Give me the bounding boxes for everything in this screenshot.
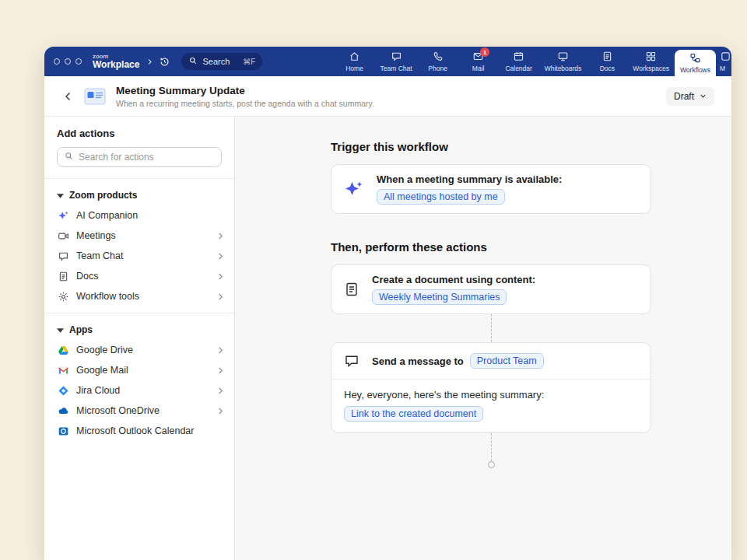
document-icon <box>344 282 359 297</box>
nav-item-phone[interactable]: Phone <box>418 47 458 76</box>
global-search[interactable]: Search ⌘F <box>181 53 262 70</box>
workflow-title: Meeting Summary Update <box>116 85 374 96</box>
sidebar-item-label: Workflow tools <box>76 291 211 302</box>
phone-icon <box>432 51 444 62</box>
workspaces-icon <box>645 51 657 62</box>
google-drive-icon <box>57 344 69 356</box>
nav-item-home[interactable]: Home <box>335 47 375 76</box>
chevron-right-icon <box>218 252 223 261</box>
window-minimize-button[interactable] <box>65 58 71 65</box>
sidebar-item-meetings[interactable]: Meetings <box>44 226 234 246</box>
create-document-card[interactable]: Create a document using content: Weekly … <box>331 264 651 314</box>
apps-section-header[interactable]: Apps <box>44 320 234 340</box>
actions-search-input[interactable] <box>79 152 215 163</box>
recipient-pill[interactable]: Product Team <box>470 353 544 369</box>
sidebar-item-label: Team Chat <box>76 250 211 261</box>
nav-item-team-chat[interactable]: Team Chat <box>375 47 418 76</box>
actions-sidebar: Add actions Zoom products <box>44 117 235 560</box>
trigger-heading: Trigger this workflow <box>331 140 651 153</box>
sidebar-item-label: Docs <box>76 271 211 282</box>
send-message-card[interactable]: Send a message to Product Team Hey, ever… <box>331 342 651 433</box>
window-close-button[interactable] <box>54 58 60 65</box>
nav-item-whiteboards[interactable]: Whiteboards <box>539 47 587 76</box>
nav-item-label: Workflows <box>680 66 710 74</box>
calendar-icon <box>513 51 524 62</box>
mail-icon: 1 <box>472 51 484 62</box>
sidebar-item-microsoft-outlook-calendar[interactable]: Microsoft Outlook Calendar <box>44 421 234 441</box>
workflow-header: Meeting Summary Update When a recurring … <box>44 76 731 117</box>
create-document-text: Create a document using content: <box>372 274 535 285</box>
workflow-thumbnail-icon <box>84 87 106 106</box>
workflow-canvas: Trigger this workflow When a meeting sum… <box>235 117 731 560</box>
gear-icon <box>57 290 69 303</box>
send-message-text: Send a message to <box>372 355 464 367</box>
workflow-subtitle: When a recurring meeting starts, post th… <box>116 99 374 108</box>
sidebar-item-jira-cloud[interactable]: Jira Cloud <box>44 380 234 401</box>
nav-item-mail[interactable]: 1 Mail <box>458 47 499 76</box>
ai-companion-icon <box>57 209 69 222</box>
chevron-right-icon <box>218 346 223 355</box>
meetings-icon <box>57 229 69 242</box>
app-window: zoom Workplace Search ⌘F Home <box>44 47 731 560</box>
flow-end-node[interactable] <box>488 461 495 468</box>
sidebar-item-team-chat[interactable]: Team Chat <box>44 246 234 266</box>
sidebar-item-ai-companion[interactable]: AI Companion <box>44 205 234 226</box>
nav-item-workflows[interactable]: Workflows <box>675 50 716 76</box>
chevron-right-icon <box>218 232 223 240</box>
team-chat-icon <box>57 250 69 262</box>
whiteboard-icon <box>557 51 569 62</box>
zoom-products-section: Zoom products AI Companion Meetings Team… <box>44 179 234 313</box>
nav-item-docs[interactable]: Docs <box>587 47 627 76</box>
onedrive-icon <box>57 404 69 417</box>
nav-item-label: Team Chat <box>381 65 412 72</box>
actions-heading: Then, perform these actions <box>331 240 651 254</box>
sidebar-item-label: Microsoft Outlook Calendar <box>76 425 223 436</box>
triangle-down-icon <box>57 324 64 335</box>
search-icon <box>188 54 198 68</box>
chevron-right-icon <box>218 407 223 415</box>
actions-search-box[interactable] <box>57 147 222 167</box>
sidebar-item-workflow-tools[interactable]: Workflow tools <box>44 286 234 306</box>
chevron-right-icon <box>218 387 223 395</box>
draft-status-dropdown[interactable]: Draft <box>666 87 714 106</box>
home-icon <box>349 51 360 62</box>
chevron-down-icon <box>700 91 707 102</box>
chevron-right-icon[interactable] <box>146 58 153 65</box>
sidebar-item-microsoft-onedrive[interactable]: Microsoft OneDrive <box>44 401 234 421</box>
nav-item-label: Mail <box>472 65 485 72</box>
sidebar-item-docs[interactable]: Docs <box>44 266 234 286</box>
outlook-calendar-icon <box>57 425 69 437</box>
nav-item-label: M <box>720 65 725 72</box>
flow-connector <box>491 433 492 461</box>
zoom-workplace-logo: zoom Workplace <box>93 54 139 70</box>
logo-workplace-text: Workplace <box>93 60 139 70</box>
back-button[interactable] <box>63 91 74 102</box>
trigger-scope-pill[interactable]: All meetings hosted by me <box>377 189 505 205</box>
team-chat-icon <box>391 51 402 62</box>
document-link-pill[interactable]: Link to the created document <box>344 406 483 422</box>
flow-connector <box>491 314 492 342</box>
nav-item-more-clipped[interactable]: M <box>716 47 731 76</box>
zoom-products-section-header[interactable]: Zoom products <box>44 186 234 205</box>
nav-item-label: Workspaces <box>633 65 669 72</box>
history-icon[interactable] <box>159 56 170 68</box>
nav-item-label: Whiteboards <box>545 65 582 72</box>
trigger-card[interactable]: When a meeting summary is available: All… <box>331 164 651 214</box>
workflow-title-block: Meeting Summary Update When a recurring … <box>116 85 374 108</box>
nav-item-calendar[interactable]: Calendar <box>499 47 539 76</box>
ai-sparkle-icon <box>344 179 364 199</box>
sidebar-item-google-mail[interactable]: Google Mail <box>44 360 234 380</box>
sidebar-item-label: Microsoft OneDrive <box>76 405 211 416</box>
nav-item-workspaces[interactable]: Workspaces <box>627 47 675 76</box>
message-body-text: Hey, everyone, here's the meeting summar… <box>344 389 638 401</box>
nav-item-label: Docs <box>600 65 615 72</box>
sidebar-item-label: AI Companion <box>76 210 223 221</box>
window-maximize-button[interactable] <box>75 58 82 65</box>
mail-unread-badge: 1 <box>480 47 489 57</box>
document-content-pill[interactable]: Weekly Meeting Summaries <box>372 289 507 305</box>
sidebar-item-google-drive[interactable]: Google Drive <box>44 340 234 360</box>
window-controls[interactable] <box>54 58 82 65</box>
docs-icon <box>57 270 69 282</box>
sidebar-title: Add actions <box>57 128 222 139</box>
workflows-icon <box>689 52 701 64</box>
